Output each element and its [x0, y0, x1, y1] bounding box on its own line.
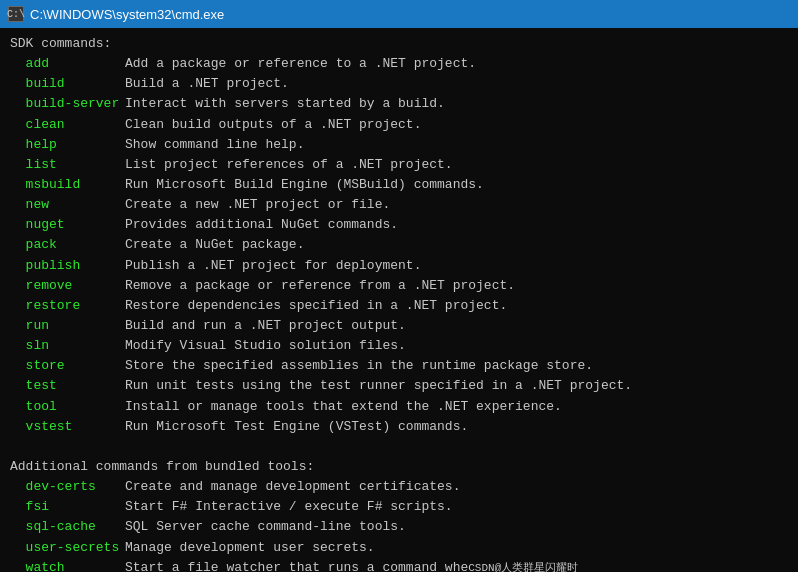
- cmd-name: add: [10, 54, 125, 74]
- sdk-header: SDK commands:: [10, 34, 788, 54]
- cmd-desc: List project references of a .NET projec…: [125, 157, 453, 172]
- sdk-command-row: msbuildRun Microsoft Build Engine (MSBui…: [10, 175, 788, 195]
- cmd-desc: SQL Server cache command-line tools.: [125, 519, 406, 534]
- cmd-desc: Install or manage tools that extend the …: [125, 399, 562, 414]
- additional-command-row: watchStart a file watcher that runs a co…: [10, 558, 788, 572]
- cmd-desc: Run Microsoft Test Engine (VSTest) comma…: [125, 419, 468, 434]
- cmd-desc: Create and manage development certificat…: [125, 479, 460, 494]
- cmd-desc: Modify Visual Studio solution files.: [125, 338, 406, 353]
- cmd-name: remove: [10, 276, 125, 296]
- sdk-command-row: packCreate a NuGet package.: [10, 235, 788, 255]
- cmd-name: watch: [10, 558, 125, 572]
- cmd-desc: Clean build outputs of a .NET project.: [125, 117, 421, 132]
- sdk-command-row: publishPublish a .NET project for deploy…: [10, 256, 788, 276]
- sdk-command-row: restoreRestore dependencies specified in…: [10, 296, 788, 316]
- sdk-command-row: vstestRun Microsoft Test Engine (VSTest)…: [10, 417, 788, 437]
- sdk-command-row: nugetProvides additional NuGet commands.: [10, 215, 788, 235]
- cmd-name: nuget: [10, 215, 125, 235]
- cmd-desc: Provides additional NuGet commands.: [125, 217, 398, 232]
- sdk-command-row: removeRemove a package or reference from…: [10, 276, 788, 296]
- cmd-name: pack: [10, 235, 125, 255]
- additional-header: Additional commands from bundled tools:: [10, 457, 788, 477]
- cmd-desc: Restore dependencies specified in a .NET…: [125, 298, 507, 313]
- cmd-name: build: [10, 74, 125, 94]
- cmd-desc: Store the specified assemblies in the ru…: [125, 358, 593, 373]
- cmd-desc: Show command line help.: [125, 137, 304, 152]
- title-bar: C:\ C:\WINDOWS\system32\cmd.exe: [0, 0, 798, 28]
- cmd-name: run: [10, 316, 125, 336]
- cmd-name: dev-certs: [10, 477, 125, 497]
- sdk-command-row: toolInstall or manage tools that extend …: [10, 397, 788, 417]
- cmd-desc: Add a package or reference to a .NET pro…: [125, 56, 476, 71]
- cmd-desc: Manage development user secrets.: [125, 540, 375, 555]
- cmd-name: vstest: [10, 417, 125, 437]
- sdk-command-row: cleanClean build outputs of a .NET proje…: [10, 115, 788, 135]
- sdk-command-row: helpShow command line help.: [10, 135, 788, 155]
- sdk-command-row: storeStore the specified assemblies in t…: [10, 356, 788, 376]
- cmd-name: fsi: [10, 497, 125, 517]
- cmd-name: msbuild: [10, 175, 125, 195]
- cmd-name: list: [10, 155, 125, 175]
- cmd-name: publish: [10, 256, 125, 276]
- cmd-desc: Start F# Interactive / execute F# script…: [125, 499, 453, 514]
- cmd-name: new: [10, 195, 125, 215]
- cmd-name: sql-cache: [10, 517, 125, 537]
- cmd-desc: Interact with servers started by a build…: [125, 96, 445, 111]
- blank-line-1: [10, 437, 788, 457]
- cmd-desc: Start a file watcher that runs a command…: [125, 560, 468, 572]
- sdk-command-row: testRun unit tests using the test runner…: [10, 376, 788, 396]
- sdk-command-row: build-serverInteract with servers starte…: [10, 94, 788, 114]
- cmd-name: restore: [10, 296, 125, 316]
- cmd-name: user-secrets: [10, 538, 125, 558]
- cmd-icon: C:\: [8, 6, 24, 22]
- additional-command-row: dev-certsCreate and manage development c…: [10, 477, 788, 497]
- cmd-desc: Remove a package or reference from a .NE…: [125, 278, 515, 293]
- sdk-command-row: addAdd a package or reference to a .NET …: [10, 54, 788, 74]
- sdk-command-row: listList project references of a .NET pr…: [10, 155, 788, 175]
- sdk-command-row: slnModify Visual Studio solution files.: [10, 336, 788, 356]
- additional-command-row: fsiStart F# Interactive / execute F# scr…: [10, 497, 788, 517]
- cmd-desc: Build a .NET project.: [125, 76, 289, 91]
- additional-command-row: sql-cacheSQL Server cache command-line t…: [10, 517, 788, 537]
- cmd-name: store: [10, 356, 125, 376]
- title-bar-text: C:\WINDOWS\system32\cmd.exe: [30, 7, 224, 22]
- cmd-desc: Run unit tests using the test runner spe…: [125, 378, 632, 393]
- additional-command-row: user-secretsManage development user secr…: [10, 538, 788, 558]
- cmd-desc: Publish a .NET project for deployment.: [125, 258, 421, 273]
- cmd-name: clean: [10, 115, 125, 135]
- cmd-name: sln: [10, 336, 125, 356]
- cmd-name: tool: [10, 397, 125, 417]
- cmd-desc: Create a new .NET project or file.: [125, 197, 390, 212]
- cmd-name: help: [10, 135, 125, 155]
- cmd-desc: Build and run a .NET project output.: [125, 318, 406, 333]
- cmd-name: test: [10, 376, 125, 396]
- cmd-name: build-server: [10, 94, 125, 114]
- console-area: SDK commands: addAdd a package or refere…: [0, 28, 798, 572]
- cmd-desc: Create a NuGet package.: [125, 237, 304, 252]
- cmd-desc: Run Microsoft Build Engine (MSBuild) com…: [125, 177, 484, 192]
- sdk-command-row: runBuild and run a .NET project output.: [10, 316, 788, 336]
- sdk-command-row: newCreate a new .NET project or file.: [10, 195, 788, 215]
- watermark: CSDN@人类群星闪耀时: [468, 562, 578, 572]
- sdk-command-row: buildBuild a .NET project.: [10, 74, 788, 94]
